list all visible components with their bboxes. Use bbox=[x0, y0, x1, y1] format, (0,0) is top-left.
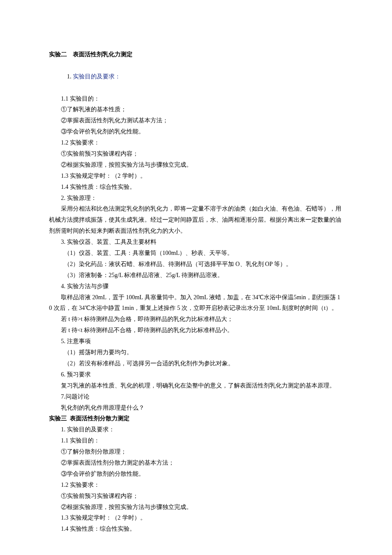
subsection-1-1: 1.1 实验目的： bbox=[49, 93, 343, 104]
objective-1: ①了解乳液的基本性质； bbox=[49, 104, 343, 115]
exp3-subsection-1-1: 1.1 实验目的： bbox=[49, 435, 343, 446]
subsection-1-4: 1.4 实验性质：综合性实验。 bbox=[49, 182, 343, 193]
question-paragraph: 乳化剂的乳化作用原理是什么？ bbox=[49, 402, 343, 413]
exp3-objective-1: ①了解分散剂分散原理； bbox=[49, 446, 343, 457]
section-2-paragraph: 采用分相法和比色法测定乳化剂的乳化力，即将一定量不溶于水的油类（如白火油、有色油… bbox=[49, 203, 343, 237]
exp3-objective-3: ③学会评价扩散剂的分散性能。 bbox=[49, 468, 343, 480]
exp3-subsection-1-3: 1.3 实验规定学时：（2 学时）。 bbox=[49, 512, 343, 523]
section-1-heading: 1. 实验目的及要求： bbox=[49, 60, 343, 93]
section-5-heading: 5. 注意事项 bbox=[49, 336, 343, 347]
exp3-requirement-2: ②根据实验原理，按照实验方法与步骤独立完成。 bbox=[49, 502, 343, 513]
requirement-1: ①实验前预习实验课程内容； bbox=[49, 148, 343, 159]
method-paragraph-1: 取样品溶液 20mL，置于 100mL 具塞量筒中。加入 20mL 液蜡，加盖，… bbox=[49, 292, 343, 314]
exp3-section-1-heading: 1. 实验目的及要求： bbox=[49, 424, 343, 435]
exp3-requirement-1: ①实验前预习实验课程内容； bbox=[49, 491, 343, 502]
section-1-number: 1. bbox=[67, 73, 73, 80]
subsection-1-2: 1.2 实验要求： bbox=[49, 137, 343, 148]
section-4-heading: 4. 实验方法与步骤 bbox=[49, 281, 343, 292]
experiment-2-title: 实验二 表面活性剂乳化力测定 bbox=[49, 49, 343, 60]
equipment-3: （3）溶液制备：25g/L 标准样品溶液、25g/L 待测样品溶液。 bbox=[49, 270, 343, 281]
equipment-1: （1）仪器、装置、工具：具塞量筒（100mL）、秒表、天平等。 bbox=[49, 248, 343, 259]
experiment-3-title: 实验三 表面活性剂分散力测定 bbox=[49, 413, 343, 424]
note-2: （2）若没有标准样品，可选择另一合适的乳化剂作为参比对象。 bbox=[49, 358, 343, 369]
preview-paragraph: 复习乳液的基本性质、乳化的机理，明确乳化在染整中的意义，了解表面活性剂乳化力测定… bbox=[49, 380, 343, 391]
section-6-heading: 6. 预习要求 bbox=[49, 369, 343, 380]
exp3-subsection-1-4: 1.4 实验性质：综合性实验。 bbox=[49, 523, 343, 535]
section-2-heading: 2. 实验原理： bbox=[49, 193, 343, 204]
exp3-subsection-1-2: 1.2 实验要求： bbox=[49, 480, 343, 491]
equipment-2: （2）染化药品：液状石蜡、标准样品、待测样品（可选择平平加 O、乳化剂 OP 等… bbox=[49, 259, 343, 270]
requirement-2: ②根据实验原理，按照实验方法与步骤独立完成。 bbox=[49, 159, 343, 171]
section-1-title: 实验目的及要求： bbox=[73, 73, 121, 80]
note-1: （1）摇荡时用力要均匀。 bbox=[49, 347, 343, 358]
section-3-heading: 3. 实验仪器、装置、工具及主要材料 bbox=[49, 237, 343, 248]
section-7-heading: 7.问题讨论 bbox=[49, 391, 343, 402]
method-paragraph-3: 若 t 待<t 标待测样品不合格，即待测样品的乳化力比标准样品小。 bbox=[49, 325, 343, 336]
method-paragraph-2: 若 t 待>t 标待测样品为合格，即待测样品的乳化力比标准样品大； bbox=[49, 314, 343, 325]
document-page: 实验二 表面活性剂乳化力测定 1. 实验目的及要求： 1.1 实验目的： ①了解… bbox=[0, 0, 392, 555]
subsection-1-3: 1.3 实验规定学时：（2 学时）。 bbox=[49, 171, 343, 182]
objective-2: ②掌握表面活性剂乳化力测试基本方法； bbox=[49, 115, 343, 126]
objective-3: ③学会评价乳化剂的乳化性能。 bbox=[49, 126, 343, 137]
exp3-objective-2: ②掌握表面活性剂分散力测定的基本方法； bbox=[49, 457, 343, 468]
